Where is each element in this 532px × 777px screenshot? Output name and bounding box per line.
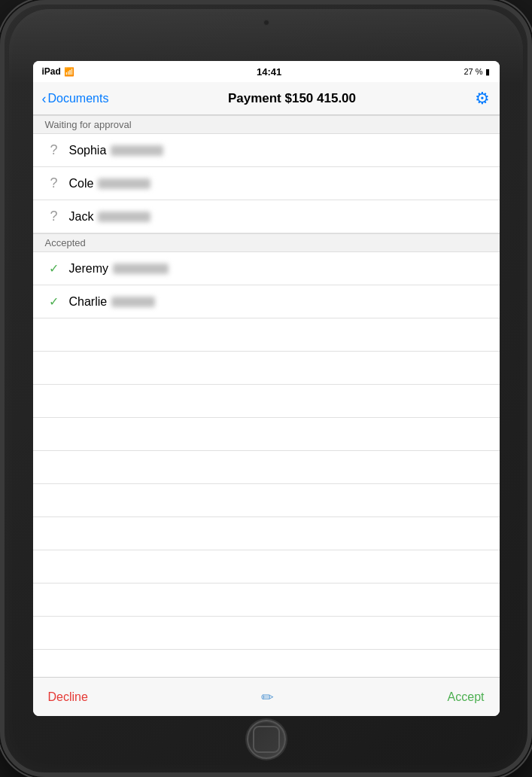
person-name: Jeremy [69, 262, 169, 276]
blurred-last-name [98, 212, 150, 222]
content-area: Waiting for approval ? Sophia ? Cole ? [33, 115, 500, 677]
empty-row [33, 385, 500, 418]
back-button[interactable]: ‹ Documents [42, 92, 109, 105]
person-name: Cole [69, 177, 151, 190]
back-label: Documents [48, 92, 109, 105]
settings-button[interactable]: ⚙ [475, 89, 490, 108]
empty-row [33, 584, 500, 617]
person-name: Sophia [69, 144, 164, 157]
blurred-last-name [113, 264, 169, 274]
question-icon: ? [45, 209, 63, 224]
gear-icon: ⚙ [475, 89, 490, 108]
home-button[interactable] [247, 720, 286, 759]
status-time: 14:41 [257, 66, 281, 78]
list-item[interactable]: ? Cole [33, 167, 500, 200]
person-name: Jack [69, 210, 151, 224]
question-icon: ? [45, 142, 63, 158]
empty-row [33, 517, 500, 550]
empty-row [33, 650, 500, 677]
status-bar: iPad 📶 14:41 27 % ▮ [33, 61, 500, 82]
wifi-icon: 📶 [64, 67, 74, 77]
nav-bar: ‹ Documents Payment $150 415.00 ⚙ [33, 82, 500, 115]
page-title: Payment $150 415.00 [228, 91, 356, 106]
empty-row [33, 318, 500, 352]
blurred-last-name [111, 297, 155, 307]
checkmark-icon: ✓ [45, 294, 63, 309]
home-button-inner [253, 726, 280, 753]
section-header-waiting: Waiting for approval [33, 115, 500, 134]
pencil-icon: ✏ [261, 689, 274, 705]
blurred-last-name [111, 145, 163, 156]
screen: iPad 📶 14:41 27 % ▮ ‹ Documents Payment … [33, 61, 500, 716]
blurred-last-name [98, 178, 150, 189]
decline-button[interactable]: Decline [48, 690, 88, 704]
bottom-toolbar: Decline ✏ Accept [33, 677, 500, 716]
status-left: iPad 📶 [42, 66, 74, 77]
checkmark-icon: ✓ [45, 261, 63, 276]
question-icon: ? [45, 175, 63, 191]
chevron-left-icon: ‹ [42, 92, 47, 105]
list-item[interactable]: ✓ Jeremy [33, 252, 500, 285]
camera [263, 20, 269, 26]
list-item[interactable]: ✓ Charlie [33, 285, 500, 318]
empty-row [33, 617, 500, 650]
empty-row [33, 484, 500, 517]
list-item[interactable]: ? Sophia [33, 134, 500, 167]
status-right: 27 % ▮ [464, 67, 490, 77]
device-name: iPad [42, 66, 61, 77]
accept-button[interactable]: Accept [448, 690, 485, 704]
ipad-device: iPad 📶 14:41 27 % ▮ ‹ Documents Payment … [0, 0, 532, 777]
battery-icon: ▮ [485, 67, 490, 77]
person-name: Charlie [69, 295, 156, 309]
section-header-accepted: Accepted [33, 233, 500, 252]
empty-row [33, 550, 500, 584]
empty-row [33, 418, 500, 451]
empty-row [33, 451, 500, 484]
list-item[interactable]: ? Jack [33, 200, 500, 233]
edit-button[interactable]: ✏ [261, 688, 274, 706]
battery-percent: 27 % [464, 67, 482, 76]
empty-row [33, 352, 500, 385]
